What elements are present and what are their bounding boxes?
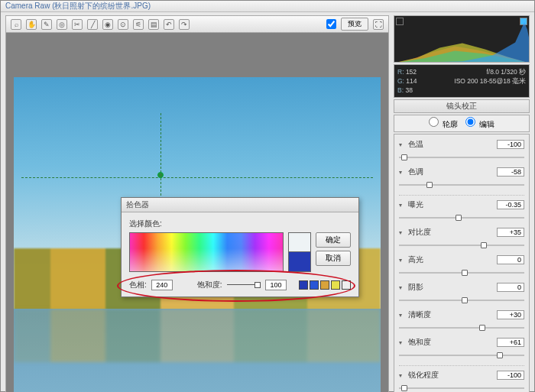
picker-new-color	[288, 232, 311, 252]
value-temp[interactable]: -100	[497, 140, 524, 149]
straighten-guide-h	[21, 177, 374, 178]
slider-clarity[interactable]	[399, 325, 524, 331]
preview-label: 预览	[341, 18, 368, 31]
slider-highlights[interactable]	[399, 270, 524, 276]
adjust-brush-icon[interactable]: ⚟	[133, 19, 144, 30]
value-sharpness[interactable]: -100	[497, 371, 524, 380]
label-exposure: 曝光	[408, 200, 494, 210]
window-titlebar: Camera Raw (秋日照射下的缤纷世界.JPG)	[1, 1, 534, 12]
label-sharpness: 锐化程度	[408, 371, 494, 381]
value-contrast[interactable]: +35	[497, 228, 524, 237]
label-tint: 色调	[408, 167, 494, 177]
label-clarity: 清晰度	[408, 310, 494, 320]
label-highlights: 高光	[408, 255, 494, 265]
swatch[interactable]	[342, 280, 351, 290]
picker-color-preview	[288, 232, 311, 272]
info-lens: ISO 200 18-55@18 毫米	[454, 77, 526, 85]
window-title: Camera Raw (秋日照射下的缤纷世界.JPG)	[5, 1, 151, 11]
slider-shadows[interactable]	[399, 297, 524, 303]
label-saturation: 饱和度	[408, 338, 494, 348]
info-r: 152	[406, 68, 417, 76]
picker-sat-field[interactable]: 100	[265, 280, 287, 290]
slider-group: ▾色温-100 ▾色调-58 ▾曝光-0.35 ▾对比度+35 ▾高光0 ▾阴影…	[394, 134, 530, 392]
value-highlights[interactable]: 0	[497, 255, 524, 264]
left-panel: ⌕ ✋ ✎ ◎ ✂ ╱ ◉ ⊙ ⚟ ▤ ↶ ↷ 预览 ⛶	[5, 15, 389, 392]
preview-toggle[interactable]	[326, 19, 336, 29]
slider-temp[interactable]	[399, 154, 524, 160]
straighten-tool-icon[interactable]: ╱	[87, 19, 98, 30]
info-b: 38	[405, 86, 412, 94]
rotate-cw-icon[interactable]: ↷	[179, 19, 190, 30]
rotate-ccw-icon[interactable]: ↶	[164, 19, 174, 30]
label-contrast: 对比度	[408, 228, 494, 238]
color-sampler-icon[interactable]: ◎	[57, 19, 67, 30]
label-temp: 色温	[408, 140, 494, 150]
slider-contrast[interactable]	[399, 242, 524, 248]
picker-select-label: 选择颜色:	[129, 219, 351, 229]
crop-tool-icon[interactable]: ✂	[72, 19, 83, 30]
label-shadows: 阴影	[408, 283, 494, 293]
picker-spectrum[interactable]	[129, 232, 284, 272]
slider-tint[interactable]	[399, 182, 524, 188]
picker-sat-label: 饱和度:	[197, 280, 222, 290]
panel-mode-radio: 轮廓 编辑	[394, 115, 530, 132]
panel-title: 镜头校正	[394, 99, 530, 113]
value-exposure[interactable]: -0.35	[497, 200, 524, 209]
right-panel: R: 152 G: 114 B: 38 f/8.0 1/320 秒 ISO 20…	[394, 15, 530, 392]
swatch[interactable]	[299, 280, 308, 290]
gradient-tool-icon[interactable]: ▤	[148, 19, 159, 30]
picker-ok-button[interactable]: 确定	[316, 232, 351, 248]
zoom-tool-icon[interactable]: ⌕	[11, 19, 21, 30]
swatch[interactable]	[310, 280, 319, 290]
histogram	[394, 15, 530, 63]
fullscreen-icon[interactable]: ⛶	[373, 19, 384, 30]
straighten-handle[interactable]	[157, 172, 164, 178]
info-g: 114	[406, 77, 417, 85]
swatch[interactable]	[320, 280, 329, 290]
hand-tool-icon[interactable]: ✋	[26, 19, 37, 30]
swatch[interactable]	[331, 280, 340, 290]
slider-saturation[interactable]	[399, 352, 524, 358]
image-preview[interactable]: 拾色器 选择颜色: 确定 取消	[6, 33, 388, 392]
toolbar: ⌕ ✋ ✎ ◎ ✂ ╱ ◉ ⊙ ⚟ ▤ ↶ ↷ 预览 ⛶	[6, 16, 388, 33]
picker-sat-slider[interactable]	[227, 282, 261, 288]
redeye-tool-icon[interactable]: ⊙	[118, 19, 128, 30]
value-clarity[interactable]: +30	[497, 310, 524, 319]
picker-hue-label: 色相:	[129, 280, 147, 290]
picker-current-color	[288, 252, 311, 272]
picker-swatches	[299, 280, 351, 290]
spot-tool-icon[interactable]: ◉	[102, 19, 113, 30]
picker-title: 拾色器	[122, 198, 358, 212]
color-picker-dialog: 拾色器 选择颜色: 确定 取消	[121, 197, 359, 297]
picker-hue-field[interactable]: 240	[151, 280, 173, 290]
value-tint[interactable]: -58	[497, 167, 524, 177]
value-shadows[interactable]: 0	[497, 283, 524, 292]
slider-exposure[interactable]	[399, 215, 524, 221]
eyedropper-icon[interactable]: ✎	[41, 19, 52, 30]
value-saturation[interactable]: +61	[497, 338, 524, 347]
slider-sharpness[interactable]	[399, 385, 524, 391]
picker-cancel-button[interactable]: 取消	[316, 251, 351, 266]
info-exposure: f/8.0 1/320 秒	[486, 68, 526, 76]
info-readout: R: 152 G: 114 B: 38 f/8.0 1/320 秒 ISO 20…	[394, 64, 530, 98]
